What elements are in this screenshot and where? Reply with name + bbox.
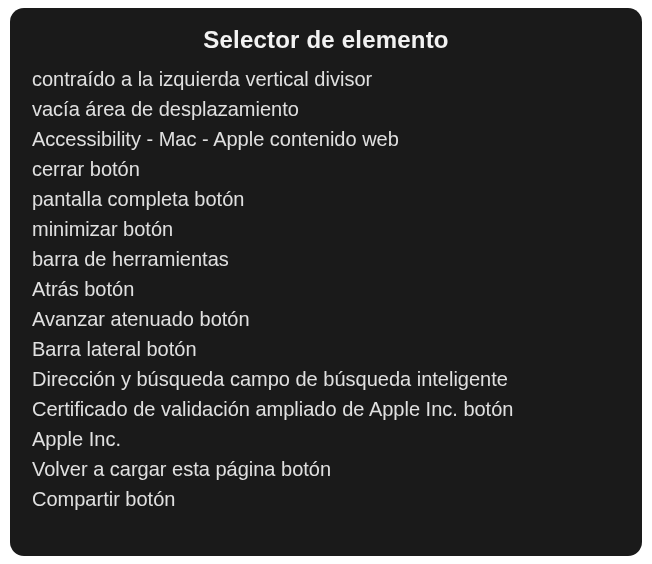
element-list: contraído a la izquierda vertical diviso… xyxy=(32,64,620,514)
list-item[interactable]: Apple Inc. xyxy=(32,424,620,454)
list-item[interactable]: minimizar botón xyxy=(32,214,620,244)
panel-title: Selector de elemento xyxy=(32,26,620,54)
item-chooser-panel: Selector de elemento contraído a la izqu… xyxy=(10,8,642,556)
list-item[interactable]: contraído a la izquierda vertical diviso… xyxy=(32,64,620,94)
list-item[interactable]: Volver a cargar esta página botón xyxy=(32,454,620,484)
list-item[interactable]: Barra lateral botón xyxy=(32,334,620,364)
list-item[interactable]: vacía área de desplazamiento xyxy=(32,94,620,124)
list-item[interactable]: Avanzar atenuado botón xyxy=(32,304,620,334)
list-item[interactable]: Certificado de validación ampliado de Ap… xyxy=(32,394,620,424)
list-item[interactable]: pantalla completa botón xyxy=(32,184,620,214)
list-item[interactable]: Dirección y búsqueda campo de búsqueda i… xyxy=(32,364,620,394)
list-item[interactable]: Compartir botón xyxy=(32,484,620,514)
list-item[interactable]: Accessibility - Mac - Apple contenido we… xyxy=(32,124,620,154)
list-item[interactable]: barra de herramientas xyxy=(32,244,620,274)
list-item[interactable]: cerrar botón xyxy=(32,154,620,184)
list-item[interactable]: Atrás botón xyxy=(32,274,620,304)
